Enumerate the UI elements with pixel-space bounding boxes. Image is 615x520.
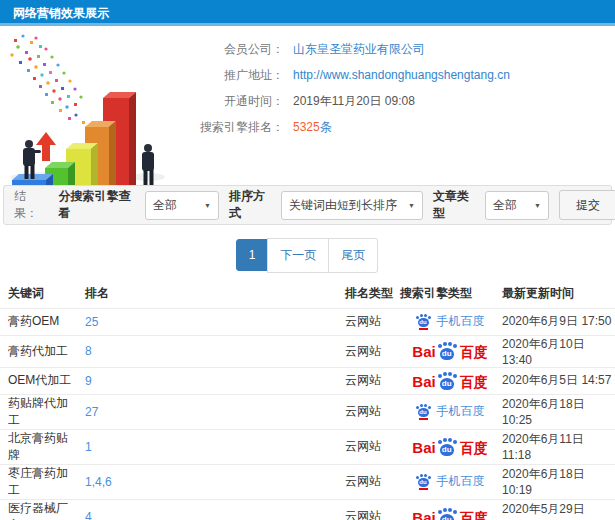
table-row: 医疗器械厂家 4 云网站 Baidu百度 2020年5月29日 10:32 [0, 499, 615, 520]
engine-cell: du手机百度 [400, 394, 500, 429]
baidu-logo-icon: Baidu百度 [412, 372, 487, 390]
rank-link[interactable]: 1 [77, 429, 337, 464]
rank-type-cell: 云网站 [337, 394, 400, 429]
table-row: 药贴牌代加工 27 云网站 du手机百度 2020年6月18日 10:25 [0, 394, 615, 429]
article-type-label: 文章类型 [433, 188, 479, 222]
results-table: 关键词 排名 排名类型 搜索引擎类型 最新更新时间 膏药OEM 25 云网站 d… [0, 279, 615, 520]
header-bar: 网络营销效果展示 [0, 0, 615, 26]
header-updated: 最新更新时间 [500, 279, 615, 308]
keyword-cell: 膏药代加工 [0, 335, 77, 367]
rank-link[interactable]: 8 [77, 335, 337, 367]
engine-cell: Baidu百度 [400, 429, 500, 464]
header-keyword: 关键词 [0, 279, 77, 308]
header-rank: 排名 [77, 279, 337, 308]
article-type-select[interactable]: 全部 ▼ [485, 191, 549, 220]
open-time-row: 开通时间：2019年11月20日 09:08 [192, 88, 510, 114]
article-type-value: 全部 [493, 197, 517, 214]
table-row: 膏药OEM 25 云网站 du手机百度 2020年6月9日 17:50 [0, 308, 615, 335]
header-engine-type: 搜索引擎类型 [400, 279, 500, 308]
engine-label: 手机百度 [437, 474, 485, 488]
updated-cell: 2020年6月5日 14:57 [500, 367, 615, 394]
engine-cell: Baidu百度 [400, 335, 500, 367]
page-1-button[interactable]: 1 [236, 239, 269, 271]
keyword-cell: 北京膏药贴牌 [0, 429, 77, 464]
page-title: 网络营销效果展示 [0, 0, 109, 26]
promotion-url-link[interactable]: http://www.shandonghuangshengtang.cn [293, 68, 510, 82]
updated-cell: 2020年6月18日 10:19 [500, 464, 615, 499]
updated-cell: 2020年5月29日 10:32 [500, 499, 615, 520]
engine-cell: du手机百度 [400, 308, 500, 335]
rank-type-cell: 云网站 [337, 308, 400, 335]
sort-select[interactable]: 关键词由短到长排序 ▼ [281, 191, 423, 220]
table-row: 北京膏药贴牌 1 云网站 Baidu百度 2020年6月11日 11:18 [0, 429, 615, 464]
updated-cell: 2020年6月10日 13:40 [500, 335, 615, 367]
updated-cell: 2020年6月11日 11:18 [500, 429, 615, 464]
engine-cell: Baidu百度 [400, 367, 500, 394]
mobile-baidu-paw-icon: du [416, 404, 432, 418]
rank-link[interactable]: 9 [77, 367, 337, 394]
rank-count-row: 搜索引擎排名：5325条 [192, 114, 510, 140]
bar-chart-illustration [0, 31, 192, 185]
promotion-url-row: 推广地址：http://www.shandonghuangshengtang.c… [192, 62, 510, 88]
keyword-cell: 医疗器械厂家 [0, 499, 77, 520]
rank-type-cell: 云网站 [337, 429, 400, 464]
rank-link[interactable]: 4 [77, 499, 337, 520]
keyword-cell: 枣庄膏药加工 [0, 464, 77, 499]
rank-count-value: 5325 [293, 120, 320, 134]
engine-label: 手机百度 [437, 314, 485, 328]
profile-fields: 会员公司：山东皇圣堂药业有限公司 推广地址：http://www.shandon… [192, 31, 510, 185]
rank-count-unit-link[interactable]: 条 [320, 120, 332, 134]
rank-link[interactable]: 1,4,6 [77, 464, 337, 499]
promotion-url-label: 推广地址： [192, 62, 284, 88]
keyword-cell: 膏药OEM [0, 308, 77, 335]
sort-label: 排序方式 [229, 188, 275, 222]
keyword-cell: OEM代加工 [0, 367, 77, 394]
header-rank-type: 排名类型 [337, 279, 400, 308]
next-page-button[interactable]: 下一页 [267, 238, 329, 273]
engine-filter-select[interactable]: 全部 ▼ [145, 191, 219, 220]
chevron-down-icon: ▼ [408, 202, 415, 209]
company-row: 会员公司：山东皇圣堂药业有限公司 [192, 36, 510, 62]
table-row: OEM代加工 9 云网站 Baidu百度 2020年6月5日 14:57 [0, 367, 615, 394]
engine-label: 手机百度 [437, 404, 485, 418]
page: 网络营销效果展示 [0, 0, 615, 520]
baidu-logo-icon: Baidu百度 [412, 438, 487, 456]
keyword-cell: 药贴牌代加工 [0, 394, 77, 429]
engine-filter-label: 分搜索引擎查看 [59, 188, 140, 222]
rank-type-cell: 云网站 [337, 367, 400, 394]
company-link[interactable]: 山东皇圣堂药业有限公司 [293, 42, 425, 56]
rank-type-cell: 云网站 [337, 464, 400, 499]
mobile-baidu-paw-icon: du [416, 474, 432, 488]
result-section-label: 结果： [14, 188, 49, 222]
open-time-label: 开通时间： [192, 88, 284, 114]
filter-bar: 结果： 分搜索引擎查看 全部 ▼ 排序方式 关键词由短到长排序 ▼ 文章类型 全… [3, 185, 612, 225]
profile-section: 会员公司：山东皇圣堂药业有限公司 推广地址：http://www.shandon… [0, 26, 615, 185]
sort-value: 关键词由短到长排序 [289, 197, 397, 214]
table-row: 膏药代加工 8 云网站 Baidu百度 2020年6月10日 13:40 [0, 335, 615, 367]
table-row: 枣庄膏药加工 1,4,6 云网站 du手机百度 2020年6月18日 10:19 [0, 464, 615, 499]
updated-cell: 2020年6月18日 10:25 [500, 394, 615, 429]
chevron-down-icon: ▼ [204, 202, 211, 209]
updated-cell: 2020年6月9日 17:50 [500, 308, 615, 335]
company-label: 会员公司： [192, 36, 284, 62]
engine-filter-value: 全部 [153, 197, 177, 214]
rank-link[interactable]: 25 [77, 308, 337, 335]
rank-count-label: 搜索引擎排名： [192, 114, 284, 140]
pagination: 1下一页尾页 [0, 238, 615, 273]
engine-cell: du手机百度 [400, 464, 500, 499]
engine-cell: Baidu百度 [400, 499, 500, 520]
rank-link[interactable]: 27 [77, 394, 337, 429]
rank-type-cell: 云网站 [337, 335, 400, 367]
mobile-baidu-paw-icon: du [416, 314, 432, 328]
rank-type-cell: 云网站 [337, 499, 400, 520]
chevron-down-icon: ▼ [534, 202, 541, 209]
last-page-button[interactable]: 尾页 [328, 238, 378, 273]
baidu-logo-icon: Baidu百度 [412, 342, 487, 360]
submit-button[interactable]: 提交 [559, 190, 615, 220]
table-header-row: 关键词 排名 排名类型 搜索引擎类型 最新更新时间 [0, 279, 615, 308]
open-time-value: 2019年11月20日 09:08 [293, 94, 415, 108]
baidu-logo-icon: Baidu百度 [412, 508, 487, 520]
